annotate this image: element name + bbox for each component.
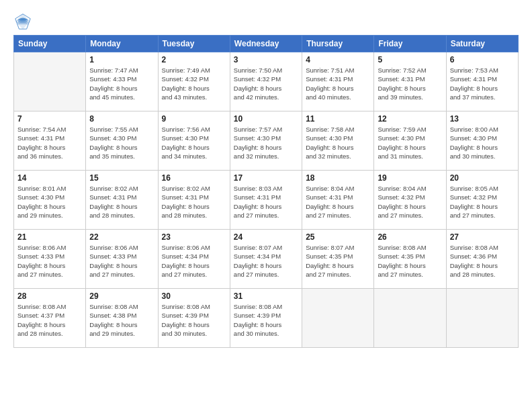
day-info: Sunrise: 7:54 AM Sunset: 4:31 PM Dayligh… — [17, 125, 82, 161]
day-number: 6 — [450, 55, 515, 64]
calendar-week-row: 7Sunrise: 7:54 AM Sunset: 4:31 PM Daylig… — [14, 111, 519, 171]
day-number: 17 — [234, 173, 298, 183]
calendar-day-cell: 22Sunrise: 8:06 AM Sunset: 4:33 PM Dayli… — [86, 230, 158, 289]
weekday-row: SundayMondayTuesdayWednesdayThursdayFrid… — [14, 36, 519, 52]
calendar-body: 1Sunrise: 7:47 AM Sunset: 4:33 PM Daylig… — [14, 52, 519, 348]
calendar-day-cell: 7Sunrise: 7:54 AM Sunset: 4:31 PM Daylig… — [14, 111, 86, 171]
day-info: Sunrise: 8:03 AM Sunset: 4:31 PM Dayligh… — [234, 184, 298, 220]
calendar-day-cell: 2Sunrise: 7:49 AM Sunset: 4:32 PM Daylig… — [158, 52, 230, 111]
calendar-day-cell: 28Sunrise: 8:08 AM Sunset: 4:37 PM Dayli… — [14, 289, 86, 348]
calendar-day-cell: 13Sunrise: 8:00 AM Sunset: 4:30 PM Dayli… — [446, 111, 518, 171]
day-info: Sunrise: 8:02 AM Sunset: 4:31 PM Dayligh… — [89, 184, 154, 220]
day-number: 7 — [17, 114, 82, 124]
day-info: Sunrise: 8:04 AM Sunset: 4:32 PM Dayligh… — [378, 184, 442, 220]
day-number: 16 — [162, 173, 226, 183]
calendar-day-cell: 16Sunrise: 8:02 AM Sunset: 4:31 PM Dayli… — [158, 171, 230, 230]
logo-icon — [13, 12, 32, 31]
day-number: 19 — [378, 173, 442, 183]
day-number: 13 — [450, 114, 515, 124]
day-info: Sunrise: 8:08 AM Sunset: 4:39 PM Dayligh… — [234, 302, 298, 338]
day-info: Sunrise: 8:02 AM Sunset: 4:31 PM Dayligh… — [162, 184, 226, 220]
day-number: 9 — [162, 114, 226, 124]
day-number: 30 — [162, 291, 226, 301]
day-info: Sunrise: 8:08 AM Sunset: 4:39 PM Dayligh… — [162, 302, 226, 338]
calendar-day-cell: 18Sunrise: 8:04 AM Sunset: 4:31 PM Dayli… — [302, 171, 374, 230]
calendar-day-cell — [374, 289, 446, 348]
day-info: Sunrise: 8:04 AM Sunset: 4:31 PM Dayligh… — [306, 184, 370, 220]
day-info: Sunrise: 7:58 AM Sunset: 4:30 PM Dayligh… — [306, 125, 370, 161]
calendar-day-cell: 31Sunrise: 8:08 AM Sunset: 4:39 PM Dayli… — [230, 289, 302, 348]
calendar-day-cell: 10Sunrise: 7:57 AM Sunset: 4:30 PM Dayli… — [230, 111, 302, 171]
day-info: Sunrise: 8:06 AM Sunset: 4:33 PM Dayligh… — [17, 243, 82, 279]
calendar-day-cell: 30Sunrise: 8:08 AM Sunset: 4:39 PM Dayli… — [158, 289, 230, 348]
calendar-week-row: 28Sunrise: 8:08 AM Sunset: 4:37 PM Dayli… — [14, 289, 519, 348]
day-info: Sunrise: 7:52 AM Sunset: 4:31 PM Dayligh… — [378, 66, 442, 101]
calendar-day-cell: 14Sunrise: 8:01 AM Sunset: 4:30 PM Dayli… — [14, 171, 86, 230]
day-info: Sunrise: 8:01 AM Sunset: 4:30 PM Dayligh… — [17, 184, 82, 220]
calendar-day-cell: 11Sunrise: 7:58 AM Sunset: 4:30 PM Dayli… — [302, 111, 374, 171]
day-number: 8 — [89, 114, 154, 124]
calendar-day-cell: 5Sunrise: 7:52 AM Sunset: 4:31 PM Daylig… — [374, 52, 446, 111]
calendar-day-cell: 26Sunrise: 8:08 AM Sunset: 4:35 PM Dayli… — [374, 230, 446, 289]
day-number: 10 — [234, 114, 298, 124]
calendar-day-cell: 29Sunrise: 8:08 AM Sunset: 4:38 PM Dayli… — [86, 289, 158, 348]
calendar-table: SundayMondayTuesdayWednesdayThursdayFrid… — [13, 35, 519, 348]
day-info: Sunrise: 7:47 AM Sunset: 4:33 PM Dayligh… — [89, 66, 154, 101]
weekday-header: Wednesday — [230, 36, 302, 52]
calendar-day-cell: 15Sunrise: 8:02 AM Sunset: 4:31 PM Dayli… — [86, 171, 158, 230]
day-info: Sunrise: 7:57 AM Sunset: 4:30 PM Dayligh… — [234, 125, 298, 161]
day-number: 15 — [89, 173, 154, 183]
calendar-day-cell: 21Sunrise: 8:06 AM Sunset: 4:33 PM Dayli… — [14, 230, 86, 289]
day-number: 3 — [234, 55, 298, 64]
calendar-day-cell: 4Sunrise: 7:51 AM Sunset: 4:31 PM Daylig… — [302, 52, 374, 111]
day-info: Sunrise: 7:59 AM Sunset: 4:30 PM Dayligh… — [378, 125, 442, 161]
day-number: 5 — [378, 55, 442, 64]
weekday-header: Sunday — [14, 36, 86, 52]
calendar-header: SundayMondayTuesdayWednesdayThursdayFrid… — [14, 36, 519, 52]
calendar-day-cell: 6Sunrise: 7:53 AM Sunset: 4:31 PM Daylig… — [446, 52, 518, 111]
calendar-day-cell: 19Sunrise: 8:04 AM Sunset: 4:32 PM Dayli… — [374, 171, 446, 230]
day-number: 4 — [306, 55, 370, 64]
calendar-day-cell: 3Sunrise: 7:50 AM Sunset: 4:32 PM Daylig… — [230, 52, 302, 111]
day-info: Sunrise: 7:53 AM Sunset: 4:31 PM Dayligh… — [450, 66, 515, 101]
calendar-day-cell: 20Sunrise: 8:05 AM Sunset: 4:32 PM Dayli… — [446, 171, 518, 230]
day-number: 14 — [17, 173, 82, 183]
day-info: Sunrise: 8:08 AM Sunset: 4:38 PM Dayligh… — [89, 302, 154, 338]
calendar-day-cell: 27Sunrise: 8:08 AM Sunset: 4:36 PM Dayli… — [446, 230, 518, 289]
day-number: 21 — [17, 232, 82, 242]
day-number: 24 — [234, 232, 298, 242]
calendar-day-cell: 9Sunrise: 7:56 AM Sunset: 4:30 PM Daylig… — [158, 111, 230, 171]
calendar-day-cell: 25Sunrise: 8:07 AM Sunset: 4:35 PM Dayli… — [302, 230, 374, 289]
day-number: 29 — [89, 291, 154, 301]
day-number: 20 — [450, 173, 515, 183]
day-info: Sunrise: 7:50 AM Sunset: 4:32 PM Dayligh… — [234, 66, 298, 101]
weekday-header: Tuesday — [158, 36, 230, 52]
calendar-day-cell: 24Sunrise: 8:07 AM Sunset: 4:34 PM Dayli… — [230, 230, 302, 289]
day-info: Sunrise: 7:51 AM Sunset: 4:31 PM Dayligh… — [306, 66, 370, 101]
calendar-day-cell — [302, 289, 374, 348]
day-number: 1 — [89, 55, 154, 64]
day-info: Sunrise: 7:49 AM Sunset: 4:32 PM Dayligh… — [162, 66, 226, 101]
calendar-day-cell: 8Sunrise: 7:55 AM Sunset: 4:30 PM Daylig… — [86, 111, 158, 171]
calendar-day-cell: 17Sunrise: 8:03 AM Sunset: 4:31 PM Dayli… — [230, 171, 302, 230]
day-info: Sunrise: 8:00 AM Sunset: 4:30 PM Dayligh… — [450, 125, 515, 161]
day-info: Sunrise: 8:07 AM Sunset: 4:35 PM Dayligh… — [306, 243, 370, 279]
calendar-week-row: 14Sunrise: 8:01 AM Sunset: 4:30 PM Dayli… — [14, 171, 519, 230]
calendar-day-cell — [14, 52, 86, 111]
day-info: Sunrise: 8:08 AM Sunset: 4:36 PM Dayligh… — [450, 243, 515, 279]
day-info: Sunrise: 7:55 AM Sunset: 4:30 PM Dayligh… — [89, 125, 154, 161]
day-info: Sunrise: 8:06 AM Sunset: 4:34 PM Dayligh… — [162, 243, 226, 279]
weekday-header: Friday — [374, 36, 446, 52]
day-info: Sunrise: 8:05 AM Sunset: 4:32 PM Dayligh… — [450, 184, 515, 220]
weekday-header: Saturday — [446, 36, 518, 52]
day-info: Sunrise: 8:07 AM Sunset: 4:34 PM Dayligh… — [234, 243, 298, 279]
day-number: 11 — [306, 114, 370, 124]
day-number: 12 — [378, 114, 442, 124]
day-number: 2 — [162, 55, 226, 64]
weekday-header: Monday — [86, 36, 158, 52]
day-number: 18 — [306, 173, 370, 183]
day-number: 23 — [162, 232, 226, 242]
day-number: 27 — [450, 232, 515, 242]
day-number: 22 — [89, 232, 154, 242]
day-info: Sunrise: 8:08 AM Sunset: 4:37 PM Dayligh… — [17, 302, 82, 338]
